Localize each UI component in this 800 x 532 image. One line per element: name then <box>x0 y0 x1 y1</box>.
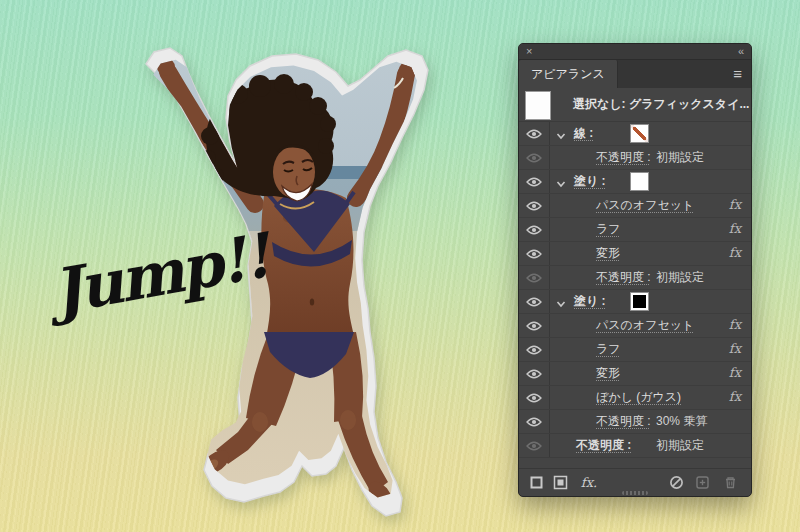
opacity-value[interactable]: 初期設定 <box>656 434 704 456</box>
tab-appearance[interactable]: アピアランス <box>519 60 618 88</box>
delete-item-button[interactable] <box>721 473 739 491</box>
panel-menu-icon[interactable]: ≡ <box>733 60 742 88</box>
effect-label[interactable]: ラフ <box>596 218 621 240</box>
row-effect-gaussian-blur[interactable]: ぼかし (ガウス) fx <box>519 386 751 410</box>
rows-empty-area <box>519 458 751 468</box>
opacity-value[interactable]: 30% 乗算 <box>656 410 707 432</box>
visibility-eye-icon[interactable] <box>519 170 549 193</box>
visibility-eye-icon[interactable] <box>519 290 549 313</box>
add-new-stroke-button[interactable] <box>527 473 545 491</box>
fx-icon[interactable]: fx <box>729 338 741 360</box>
visibility-eye-icon[interactable] <box>519 122 549 145</box>
row-opacity[interactable]: 不透明度 : 初期設定 <box>519 434 751 458</box>
opacity-label[interactable]: 不透明度 : <box>596 410 651 432</box>
selection-thumbnail <box>525 91 551 120</box>
appearance-panel: × « アピアランス ≡ 選択なし: グラフィックスタイ... 線 : 不透明 <box>518 43 752 497</box>
opacity-value[interactable]: 初期設定 <box>656 146 704 168</box>
row-effect-offset-path[interactable]: パスのオフセット fx <box>519 194 751 218</box>
row-effect-roughen[interactable]: ラフ fx <box>519 218 751 242</box>
add-new-effect-button[interactable]: fx. <box>577 473 601 491</box>
visibility-eye-icon[interactable] <box>519 194 549 217</box>
fx-icon[interactable]: fx <box>729 314 741 336</box>
visibility-eye-icon[interactable] <box>519 362 549 385</box>
fx-icon[interactable]: fx <box>729 194 741 216</box>
row-effect-offset-path[interactable]: パスのオフセット fx <box>519 314 751 338</box>
fx-icon[interactable]: fx <box>729 242 741 264</box>
opacity-value[interactable]: 初期設定 <box>656 266 704 288</box>
fill-white-swatch[interactable] <box>630 172 649 191</box>
chevron-down-icon[interactable] <box>556 129 566 143</box>
row-stroke[interactable]: 線 : <box>519 122 751 146</box>
illustrator-canvas: Jump!! × « アピアランス ≡ 選択なし: グラフィックスタイ... 線… <box>0 0 800 532</box>
visibility-eye-icon[interactable] <box>519 218 549 241</box>
duplicate-item-button[interactable] <box>693 473 711 491</box>
row-fill[interactable]: 塗り : <box>519 170 751 194</box>
visibility-eye-icon[interactable] <box>519 146 549 169</box>
opacity-label[interactable]: 不透明度 : <box>596 266 651 288</box>
fill-label[interactable]: 塗り : <box>574 170 606 192</box>
panel-footer: fx. <box>519 468 751 496</box>
stroke-none-swatch[interactable] <box>630 124 649 143</box>
close-icon[interactable]: × <box>526 44 532 59</box>
visibility-eye-icon[interactable] <box>519 266 549 289</box>
effect-label[interactable]: 変形 <box>596 362 620 384</box>
visibility-eye-icon[interactable] <box>519 242 549 265</box>
panel-resize-grip[interactable] <box>622 491 648 495</box>
visibility-eye-icon[interactable] <box>519 410 549 433</box>
fx-icon[interactable]: fx <box>729 362 741 384</box>
row-effect-transform[interactable]: 変形 fx <box>519 362 751 386</box>
visibility-eye-icon[interactable] <box>519 434 549 457</box>
effect-label[interactable]: 変形 <box>596 242 620 264</box>
clear-appearance-button[interactable] <box>667 473 685 491</box>
navel <box>310 299 314 306</box>
collapse-panel-icon[interactable]: « <box>738 44 744 59</box>
fill-black-swatch[interactable] <box>630 292 649 311</box>
effect-label[interactable]: ラフ <box>596 338 621 360</box>
opacity-label[interactable]: 不透明度 : <box>576 434 631 456</box>
stroke-label[interactable]: 線 : <box>574 122 593 144</box>
row-opacity[interactable]: 不透明度 : 初期設定 <box>519 266 751 290</box>
fx-icon[interactable]: fx <box>729 218 741 240</box>
panel-tabbar: アピアランス ≡ <box>519 60 751 88</box>
selection-header-row[interactable]: 選択なし: グラフィックスタイ... <box>519 88 751 122</box>
visibility-eye-icon[interactable] <box>519 386 549 409</box>
chevron-down-icon[interactable] <box>556 177 566 191</box>
fx-icon[interactable]: fx <box>729 386 741 408</box>
visibility-eye-icon[interactable] <box>519 338 549 361</box>
row-fill[interactable]: 塗り : <box>519 290 751 314</box>
visibility-eye-icon[interactable] <box>519 314 549 337</box>
appearance-rows: 選択なし: グラフィックスタイ... 線 : 不透明度 : 初期設定 塗り : <box>519 88 751 496</box>
fill-label[interactable]: 塗り : <box>574 290 606 312</box>
row-effect-transform[interactable]: 変形 fx <box>519 242 751 266</box>
row-opacity[interactable]: 不透明度 : 30% 乗算 <box>519 410 751 434</box>
effect-label[interactable]: パスのオフセット <box>596 194 694 216</box>
opacity-label[interactable]: 不透明度 : <box>596 146 651 168</box>
row-effect-roughen[interactable]: ラフ fx <box>519 338 751 362</box>
add-new-fill-button[interactable] <box>551 473 569 491</box>
panel-titlebar: × « <box>519 44 751 60</box>
selection-label: 選択なし: グラフィックスタイ... <box>573 88 749 121</box>
row-opacity[interactable]: 不透明度 : 初期設定 <box>519 146 751 170</box>
chevron-down-icon[interactable] <box>556 297 566 311</box>
effect-label[interactable]: パスのオフセット <box>596 314 694 336</box>
effect-label[interactable]: ぼかし (ガウス) <box>596 386 681 408</box>
